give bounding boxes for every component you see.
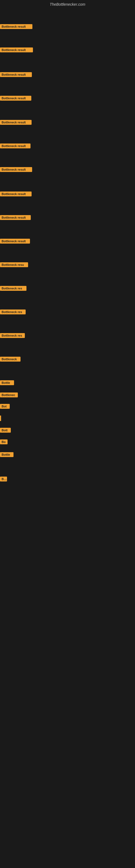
bottleneck-badge[interactable]: Bottleneck res (0, 286, 27, 291)
bottleneck-badge[interactable]: Bottleneck result (0, 48, 33, 52)
bottleneck-badge[interactable]: Bottle (0, 452, 13, 457)
result-row: Bottleneck resu (0, 262, 28, 268)
result-row: Bottle (0, 452, 13, 458)
bottleneck-badge[interactable]: Bottleneck result (0, 72, 32, 77)
result-row: Bott (0, 428, 11, 434)
result-row: Bottleneck result (0, 167, 32, 173)
result-row: Bo (0, 476, 7, 483)
bottleneck-badge[interactable]: Bott (0, 428, 11, 433)
bottleneck-badge[interactable]: Bottleneck res (0, 310, 26, 314)
bottleneck-badge[interactable]: Bottleneck result (0, 120, 32, 125)
result-row: Bottleneck res (0, 333, 25, 339)
result-row: Bottleneck result (0, 239, 30, 245)
bottleneck-badge[interactable]: Bottleneck result (0, 24, 32, 29)
result-row: Bottleneck result (0, 144, 31, 150)
bottleneck-badge[interactable]: Bo (0, 439, 8, 444)
result-row: Bottleneck result (0, 120, 32, 126)
bottleneck-badge[interactable]: Bottleneck result (0, 144, 31, 148)
bottom-indicator-bar (0, 415, 1, 421)
bottleneck-badge[interactable]: Bottleneck result (0, 215, 31, 220)
result-row: Bottleneck result (0, 215, 31, 221)
bottleneck-badge[interactable]: Bottleneck result (0, 96, 31, 101)
result-row: Bottleneck res (0, 310, 26, 315)
bottleneck-badge[interactable]: Bot (0, 404, 10, 409)
result-row: Bot (0, 404, 10, 410)
result-row: Bottleneck res (0, 286, 27, 292)
result-row: Bottleneck result (0, 48, 33, 54)
result-row: Bottleneck (0, 357, 20, 363)
bottleneck-badge[interactable]: Bo (0, 476, 7, 482)
bottleneck-badge[interactable]: Bottleneck result (0, 191, 32, 196)
bottleneck-badge[interactable]: Bottlenec (0, 393, 18, 397)
result-row: Bo (0, 439, 8, 445)
bottleneck-badge[interactable]: Bottle (0, 380, 14, 385)
result-row: Bottleneck result (0, 72, 32, 78)
result-row: Bottle (0, 380, 14, 386)
bottleneck-badge[interactable]: Bottleneck (0, 357, 20, 362)
result-row: Bottleneck result (0, 96, 31, 102)
bottleneck-badge[interactable]: Bottleneck res (0, 333, 25, 338)
result-row: Bottleneck result (0, 24, 32, 30)
result-row: Bottleneck result (0, 191, 32, 197)
site-title: TheBottlenecker.com (0, 0, 135, 9)
bottleneck-badge[interactable]: Bottleneck result (0, 167, 32, 172)
result-row: Bottlenec (0, 393, 18, 399)
bottleneck-badge[interactable]: Bottleneck result (0, 239, 30, 244)
bottleneck-badge[interactable]: Bottleneck resu (0, 262, 28, 267)
